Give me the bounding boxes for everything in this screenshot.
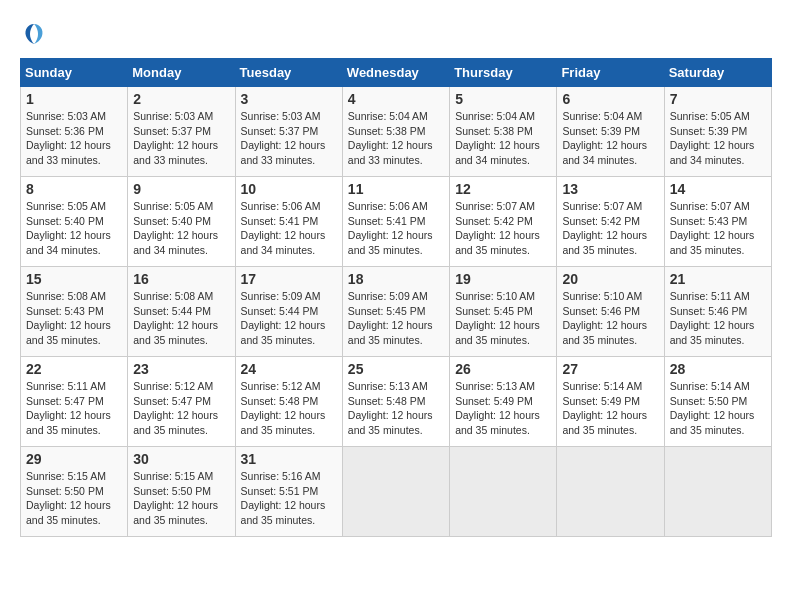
calendar-cell bbox=[450, 447, 557, 537]
sunrise-label: Sunrise: 5:03 AM bbox=[241, 110, 321, 122]
weekday-header-monday: Monday bbox=[128, 59, 235, 87]
sunset-label: Sunset: 5:48 PM bbox=[348, 395, 426, 407]
sunset-label: Sunset: 5:47 PM bbox=[26, 395, 104, 407]
calendar-cell: 16 Sunrise: 5:08 AM Sunset: 5:44 PM Dayl… bbox=[128, 267, 235, 357]
logo-icon bbox=[20, 20, 48, 48]
sunset-label: Sunset: 5:41 PM bbox=[241, 215, 319, 227]
sunrise-label: Sunrise: 5:07 AM bbox=[670, 200, 750, 212]
day-info: Sunrise: 5:08 AM Sunset: 5:43 PM Dayligh… bbox=[26, 289, 122, 348]
daylight-label: Daylight: 12 hours and 34 minutes. bbox=[562, 139, 647, 166]
calendar-week-row: 8 Sunrise: 5:05 AM Sunset: 5:40 PM Dayli… bbox=[21, 177, 772, 267]
calendar-cell bbox=[664, 447, 771, 537]
weekday-header-thursday: Thursday bbox=[450, 59, 557, 87]
day-info: Sunrise: 5:16 AM Sunset: 5:51 PM Dayligh… bbox=[241, 469, 337, 528]
calendar-cell: 31 Sunrise: 5:16 AM Sunset: 5:51 PM Dayl… bbox=[235, 447, 342, 537]
calendar-cell: 29 Sunrise: 5:15 AM Sunset: 5:50 PM Dayl… bbox=[21, 447, 128, 537]
calendar-body: 1 Sunrise: 5:03 AM Sunset: 5:36 PM Dayli… bbox=[21, 87, 772, 537]
sunrise-label: Sunrise: 5:05 AM bbox=[670, 110, 750, 122]
daylight-label: Daylight: 12 hours and 34 minutes. bbox=[455, 139, 540, 166]
calendar-cell: 9 Sunrise: 5:05 AM Sunset: 5:40 PM Dayli… bbox=[128, 177, 235, 267]
sunrise-label: Sunrise: 5:04 AM bbox=[562, 110, 642, 122]
calendar-week-row: 29 Sunrise: 5:15 AM Sunset: 5:50 PM Dayl… bbox=[21, 447, 772, 537]
weekday-header-sunday: Sunday bbox=[21, 59, 128, 87]
calendar-cell: 25 Sunrise: 5:13 AM Sunset: 5:48 PM Dayl… bbox=[342, 357, 449, 447]
calendar-cell: 18 Sunrise: 5:09 AM Sunset: 5:45 PM Dayl… bbox=[342, 267, 449, 357]
sunset-label: Sunset: 5:50 PM bbox=[670, 395, 748, 407]
daylight-label: Daylight: 12 hours and 35 minutes. bbox=[670, 319, 755, 346]
calendar-cell: 24 Sunrise: 5:12 AM Sunset: 5:48 PM Dayl… bbox=[235, 357, 342, 447]
sunrise-label: Sunrise: 5:13 AM bbox=[455, 380, 535, 392]
sunrise-label: Sunrise: 5:12 AM bbox=[133, 380, 213, 392]
day-number: 27 bbox=[562, 361, 658, 377]
sunset-label: Sunset: 5:39 PM bbox=[670, 125, 748, 137]
sunrise-label: Sunrise: 5:03 AM bbox=[133, 110, 213, 122]
day-number: 12 bbox=[455, 181, 551, 197]
sunset-label: Sunset: 5:51 PM bbox=[241, 485, 319, 497]
daylight-label: Daylight: 12 hours and 35 minutes. bbox=[670, 229, 755, 256]
sunset-label: Sunset: 5:40 PM bbox=[133, 215, 211, 227]
daylight-label: Daylight: 12 hours and 35 minutes. bbox=[26, 319, 111, 346]
day-info: Sunrise: 5:06 AM Sunset: 5:41 PM Dayligh… bbox=[348, 199, 444, 258]
day-info: Sunrise: 5:14 AM Sunset: 5:50 PM Dayligh… bbox=[670, 379, 766, 438]
day-info: Sunrise: 5:04 AM Sunset: 5:38 PM Dayligh… bbox=[348, 109, 444, 168]
daylight-label: Daylight: 12 hours and 35 minutes. bbox=[241, 499, 326, 526]
day-info: Sunrise: 5:15 AM Sunset: 5:50 PM Dayligh… bbox=[133, 469, 229, 528]
day-info: Sunrise: 5:05 AM Sunset: 5:40 PM Dayligh… bbox=[26, 199, 122, 258]
sunrise-label: Sunrise: 5:04 AM bbox=[348, 110, 428, 122]
day-number: 11 bbox=[348, 181, 444, 197]
calendar-cell bbox=[342, 447, 449, 537]
daylight-label: Daylight: 12 hours and 33 minutes. bbox=[348, 139, 433, 166]
sunset-label: Sunset: 5:46 PM bbox=[562, 305, 640, 317]
sunset-label: Sunset: 5:37 PM bbox=[241, 125, 319, 137]
daylight-label: Daylight: 12 hours and 35 minutes. bbox=[562, 409, 647, 436]
weekday-header-wednesday: Wednesday bbox=[342, 59, 449, 87]
day-number: 15 bbox=[26, 271, 122, 287]
sunset-label: Sunset: 5:40 PM bbox=[26, 215, 104, 227]
calendar-cell: 26 Sunrise: 5:13 AM Sunset: 5:49 PM Dayl… bbox=[450, 357, 557, 447]
sunrise-label: Sunrise: 5:16 AM bbox=[241, 470, 321, 482]
sunset-label: Sunset: 5:42 PM bbox=[562, 215, 640, 227]
daylight-label: Daylight: 12 hours and 35 minutes. bbox=[455, 319, 540, 346]
calendar-cell: 15 Sunrise: 5:08 AM Sunset: 5:43 PM Dayl… bbox=[21, 267, 128, 357]
day-number: 20 bbox=[562, 271, 658, 287]
day-number: 22 bbox=[26, 361, 122, 377]
day-info: Sunrise: 5:09 AM Sunset: 5:44 PM Dayligh… bbox=[241, 289, 337, 348]
sunrise-label: Sunrise: 5:03 AM bbox=[26, 110, 106, 122]
sunrise-label: Sunrise: 5:11 AM bbox=[26, 380, 106, 392]
calendar-cell: 23 Sunrise: 5:12 AM Sunset: 5:47 PM Dayl… bbox=[128, 357, 235, 447]
day-info: Sunrise: 5:10 AM Sunset: 5:46 PM Dayligh… bbox=[562, 289, 658, 348]
calendar-cell: 8 Sunrise: 5:05 AM Sunset: 5:40 PM Dayli… bbox=[21, 177, 128, 267]
sunset-label: Sunset: 5:38 PM bbox=[455, 125, 533, 137]
sunrise-label: Sunrise: 5:09 AM bbox=[348, 290, 428, 302]
daylight-label: Daylight: 12 hours and 34 minutes. bbox=[26, 229, 111, 256]
day-number: 23 bbox=[133, 361, 229, 377]
sunset-label: Sunset: 5:45 PM bbox=[348, 305, 426, 317]
day-info: Sunrise: 5:09 AM Sunset: 5:45 PM Dayligh… bbox=[348, 289, 444, 348]
day-number: 25 bbox=[348, 361, 444, 377]
day-number: 18 bbox=[348, 271, 444, 287]
calendar-cell: 6 Sunrise: 5:04 AM Sunset: 5:39 PM Dayli… bbox=[557, 87, 664, 177]
sunset-label: Sunset: 5:44 PM bbox=[133, 305, 211, 317]
day-info: Sunrise: 5:03 AM Sunset: 5:37 PM Dayligh… bbox=[241, 109, 337, 168]
sunrise-label: Sunrise: 5:15 AM bbox=[26, 470, 106, 482]
sunset-label: Sunset: 5:43 PM bbox=[26, 305, 104, 317]
day-info: Sunrise: 5:10 AM Sunset: 5:45 PM Dayligh… bbox=[455, 289, 551, 348]
calendar-cell: 5 Sunrise: 5:04 AM Sunset: 5:38 PM Dayli… bbox=[450, 87, 557, 177]
calendar-cell: 3 Sunrise: 5:03 AM Sunset: 5:37 PM Dayli… bbox=[235, 87, 342, 177]
calendar-cell: 7 Sunrise: 5:05 AM Sunset: 5:39 PM Dayli… bbox=[664, 87, 771, 177]
day-number: 31 bbox=[241, 451, 337, 467]
sunrise-label: Sunrise: 5:07 AM bbox=[562, 200, 642, 212]
day-number: 7 bbox=[670, 91, 766, 107]
day-info: Sunrise: 5:12 AM Sunset: 5:48 PM Dayligh… bbox=[241, 379, 337, 438]
day-info: Sunrise: 5:11 AM Sunset: 5:46 PM Dayligh… bbox=[670, 289, 766, 348]
day-number: 13 bbox=[562, 181, 658, 197]
sunrise-label: Sunrise: 5:09 AM bbox=[241, 290, 321, 302]
day-info: Sunrise: 5:11 AM Sunset: 5:47 PM Dayligh… bbox=[26, 379, 122, 438]
sunrise-label: Sunrise: 5:10 AM bbox=[562, 290, 642, 302]
day-info: Sunrise: 5:04 AM Sunset: 5:39 PM Dayligh… bbox=[562, 109, 658, 168]
day-info: Sunrise: 5:07 AM Sunset: 5:42 PM Dayligh… bbox=[455, 199, 551, 258]
daylight-label: Daylight: 12 hours and 34 minutes. bbox=[670, 139, 755, 166]
sunrise-label: Sunrise: 5:15 AM bbox=[133, 470, 213, 482]
calendar-cell: 20 Sunrise: 5:10 AM Sunset: 5:46 PM Dayl… bbox=[557, 267, 664, 357]
sunrise-label: Sunrise: 5:05 AM bbox=[26, 200, 106, 212]
